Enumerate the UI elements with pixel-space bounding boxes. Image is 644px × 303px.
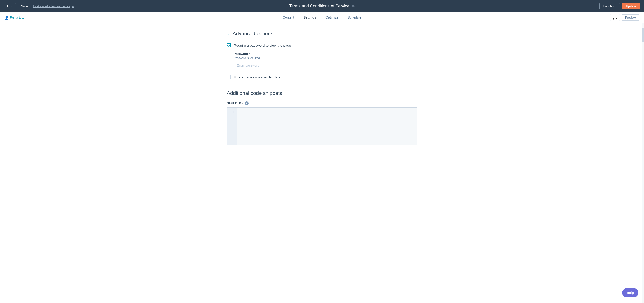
top-bar: Exit Save Last saved a few seconds ago T… — [0, 0, 644, 12]
last-saved-text: Last saved a few seconds ago — [33, 4, 74, 8]
tab-content[interactable]: Content — [278, 12, 299, 23]
require-password-label: Require a password to view the page — [234, 43, 291, 47]
tab-schedule[interactable]: Schedule — [343, 12, 366, 23]
password-section: Password * Password is required — [234, 52, 417, 69]
expire-page-label: Expire page on a specific date — [234, 75, 280, 79]
head-html-label-row: Head HTML i — [227, 101, 417, 105]
run-test-label: Run a test — [10, 16, 24, 19]
edit-icon[interactable]: ✏ — [352, 4, 355, 8]
run-test-button[interactable]: 👤 Run a test — [5, 16, 24, 19]
chevron-down-icon[interactable]: ⌄ — [227, 31, 230, 36]
expire-page-checkbox[interactable] — [227, 75, 231, 79]
top-bar-center: Terms and Conditions of Service ✏ — [289, 4, 355, 8]
main-content: ⌄ Advanced options Require a password to… — [218, 23, 426, 152]
run-test-icon: 👤 — [5, 16, 8, 19]
advanced-options-title: Advanced options — [232, 31, 273, 37]
password-field-error: Password is required — [234, 56, 417, 60]
unpublish-button[interactable]: Unpublish — [600, 3, 620, 9]
scrollbar-thumb[interactable] — [642, 28, 644, 42]
require-password-checkbox[interactable] — [227, 43, 231, 47]
line-numbers: 1 — [227, 107, 237, 145]
expire-page-row: Expire page on a specific date — [227, 75, 417, 79]
preview-button[interactable]: Preview — [622, 14, 639, 21]
sub-nav-right: 💬 Preview — [610, 14, 639, 21]
advanced-options-header: ⌄ Advanced options — [227, 31, 417, 37]
nav-tabs: Content Settings Optimize Schedule — [278, 12, 366, 23]
scrollbar-track[interactable] — [642, 23, 644, 152]
chat-button[interactable]: 💬 — [610, 14, 620, 21]
exit-button[interactable]: Exit — [4, 3, 16, 9]
top-bar-right: Unpublish Update — [600, 3, 640, 9]
require-password-row: Require a password to view the page — [227, 43, 417, 47]
tab-settings[interactable]: Settings — [299, 12, 321, 23]
tab-optimize[interactable]: Optimize — [321, 12, 343, 23]
sub-nav: 👤 Run a test Content Settings Optimize S… — [0, 12, 644, 23]
password-field-label: Password * — [234, 52, 417, 55]
code-snippets-section: Additional code snippets Head HTML i 1 — [227, 90, 417, 145]
code-snippets-title: Additional code snippets — [227, 90, 417, 96]
save-button[interactable]: Save — [18, 3, 32, 9]
head-html-info-icon[interactable]: i — [245, 101, 248, 105]
update-button[interactable]: Update — [622, 3, 640, 9]
code-input-area[interactable] — [237, 107, 417, 145]
head-html-label: Head HTML — [227, 101, 244, 104]
top-bar-left: Exit Save Last saved a few seconds ago — [4, 3, 74, 9]
head-html-editor[interactable]: 1 — [227, 107, 417, 145]
password-input[interactable] — [234, 61, 364, 69]
page-title: Terms and Conditions of Service — [289, 4, 350, 8]
